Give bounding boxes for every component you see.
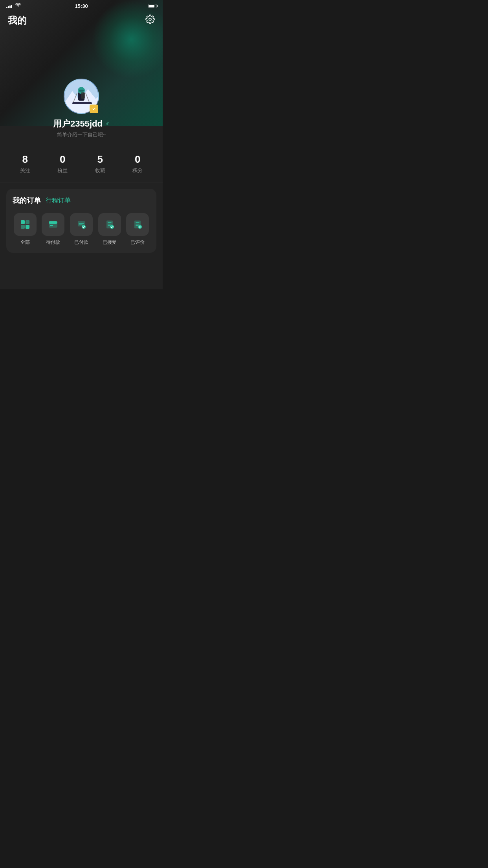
order-all[interactable]: 全部	[13, 213, 38, 246]
signal-bar-3	[9, 6, 11, 8]
svg-rect-14	[21, 225, 25, 229]
bio: 简单介绍一下自己吧~	[57, 131, 106, 138]
order-all-label: 全部	[20, 239, 30, 246]
wifi-icon	[15, 3, 21, 9]
orders-title: 我的订单	[13, 196, 41, 205]
order-all-icon-bg	[14, 213, 37, 236]
status-time: 15:30	[75, 3, 88, 9]
signal-bar-1	[6, 7, 7, 8]
orders-section: 我的订单 行程订单 全部	[6, 189, 156, 253]
settings-icon[interactable]	[145, 15, 155, 26]
stat-favorites[interactable]: 5 收藏	[95, 153, 105, 174]
status-left	[6, 3, 21, 9]
order-accepted-label: 已接受	[103, 239, 117, 246]
svg-rect-12	[21, 220, 25, 224]
stat-following[interactable]: 8 关注	[20, 153, 30, 174]
status-bar: 15:30	[0, 0, 163, 11]
svg-rect-13	[26, 220, 29, 224]
orders-grid: 全部 待付款	[13, 213, 150, 246]
battery-fill	[149, 5, 154, 7]
gender-icon: ♂	[105, 120, 110, 127]
verified-badge	[90, 105, 98, 113]
svg-rect-7	[79, 90, 84, 92]
svg-rect-17	[49, 221, 57, 224]
favorites-label: 收藏	[95, 167, 105, 174]
orders-header: 我的订单 行程订单	[13, 196, 150, 205]
order-paid-label: 已付款	[74, 239, 88, 246]
points-label: 积分	[132, 167, 143, 174]
order-paid[interactable]: 已付款	[69, 213, 94, 246]
page-title: 我的	[8, 14, 27, 27]
battery-icon	[148, 4, 156, 8]
stat-followers[interactable]: 0 粉丝	[57, 153, 68, 174]
order-paid-icon-bg	[70, 213, 93, 236]
order-pending-icon-bg	[42, 213, 64, 236]
followers-label: 粉丝	[57, 167, 68, 174]
profile-section: 用户2355jdd ♂ 简单介绍一下自己吧~	[0, 79, 163, 138]
order-accepted-icon-bg	[98, 213, 121, 236]
status-right	[148, 4, 156, 8]
order-pending[interactable]: 待付款	[41, 213, 66, 246]
signal-bars	[6, 4, 12, 8]
svg-rect-18	[50, 225, 53, 226]
svg-rect-15	[26, 225, 29, 229]
order-reviewed-icon-bg: ¥	[126, 213, 149, 236]
followers-count: 0	[60, 153, 65, 166]
svg-rect-10	[81, 92, 85, 99]
following-label: 关注	[20, 167, 30, 174]
order-reviewed[interactable]: ¥ 已评价	[125, 213, 150, 246]
points-count: 0	[135, 153, 140, 166]
stat-points[interactable]: 0 积分	[132, 153, 143, 174]
main-card: 8 关注 0 粉丝 5 收藏 0 积分 我的订单 行程订单	[0, 126, 163, 289]
favorites-count: 5	[97, 153, 103, 166]
order-reviewed-label: 已评价	[130, 239, 145, 246]
avatar-container[interactable]	[64, 79, 99, 114]
order-pending-label: 待付款	[46, 239, 60, 246]
svg-text:¥: ¥	[139, 226, 141, 228]
signal-bar-4	[11, 5, 12, 8]
following-count: 8	[22, 153, 28, 166]
signal-bar-2	[8, 6, 9, 8]
page-header: 我的	[0, 11, 163, 27]
username: 用户2355jdd ♂	[53, 118, 110, 130]
order-accepted[interactable]: 已接受	[97, 213, 122, 246]
orders-active-tab[interactable]: 行程订单	[46, 197, 71, 205]
svg-point-0	[149, 18, 151, 20]
svg-rect-11	[72, 102, 92, 104]
